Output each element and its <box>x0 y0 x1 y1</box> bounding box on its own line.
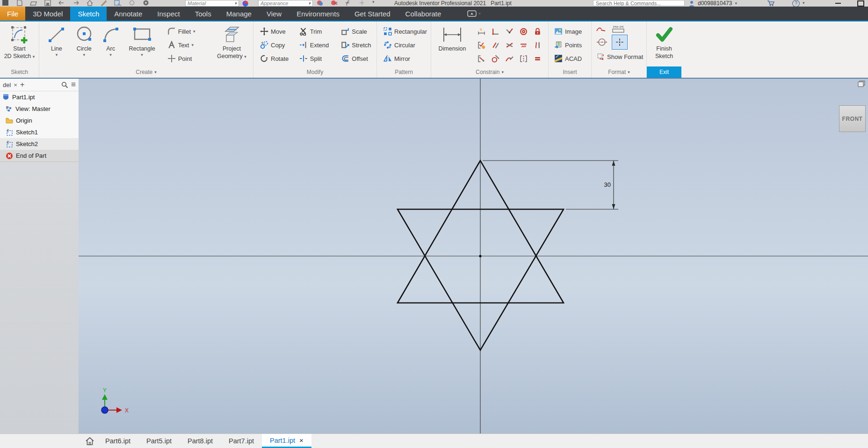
minimize-button[interactable] <box>832 0 844 6</box>
panel-label-create[interactable]: Create▾ <box>39 66 253 78</box>
tree-item-sketch2[interactable]: Sketch2 <box>0 138 79 150</box>
maximize-button[interactable] <box>855 0 866 6</box>
sketch-origin-point[interactable] <box>479 255 481 257</box>
panel-label-format[interactable]: Format▾ <box>592 66 646 78</box>
browser-tab-close-icon[interactable]: × <box>14 81 17 88</box>
update-icon[interactable] <box>128 0 136 6</box>
export-icon[interactable] <box>114 0 122 6</box>
material-select[interactable]: Material ▾ <box>185 0 239 7</box>
driven-dimension-icon[interactable] <box>612 25 624 33</box>
tree-item-end-of-part[interactable]: End of Part <box>0 150 79 162</box>
search-input[interactable] <box>593 0 685 6</box>
rectangle-button[interactable]: Rectangle ▾ <box>123 24 161 57</box>
circle-button[interactable]: Circle ▾ <box>70 24 98 57</box>
insert-acad-button[interactable]: ACAD <box>552 52 584 65</box>
trim-button[interactable]: Trim <box>297 25 337 37</box>
chevron-down-icon[interactable]: ▾ <box>141 53 143 57</box>
tab-sketch[interactable]: Sketch <box>70 7 107 21</box>
import-points-button[interactable]: Points <box>552 39 584 51</box>
tab-manage[interactable]: Manage <box>219 7 259 21</box>
finish-sketch-button[interactable]: Finish Sketch <box>653 24 675 60</box>
tree-item-part1[interactable]: Part1.ipt <box>0 91 79 103</box>
stretch-button[interactable]: Stretch <box>339 39 376 51</box>
ribbon-display-toggle[interactable]: ▾ <box>467 7 481 21</box>
clear-appearance-icon[interactable] <box>330 0 338 6</box>
browser-tab-model-truncated[interactable]: del <box>3 81 11 88</box>
panel-label-constrain[interactable]: Constrain▾ <box>431 66 548 78</box>
centerpoint-format-button-active[interactable] <box>612 35 628 50</box>
save-icon[interactable] <box>44 0 51 6</box>
offset-button[interactable]: Offset <box>339 52 376 65</box>
horizontal-constraint-button[interactable] <box>516 38 530 52</box>
equal-constraint-button[interactable] <box>530 52 544 66</box>
browser-add-tab-icon[interactable]: + <box>20 81 24 89</box>
start-2d-sketch-button[interactable]: Start 2D Sketch ▾ <box>3 24 36 60</box>
rotate-button[interactable]: Rotate <box>258 52 295 65</box>
doc-tab-part8[interactable]: Part8.ipt <box>180 434 221 448</box>
chevron-down-icon[interactable]: ▾ <box>803 1 805 5</box>
fillet-button[interactable]: Fillet ▾ <box>166 25 210 37</box>
home-tab[interactable] <box>82 434 97 448</box>
auto-dimension-button[interactable] <box>474 25 488 38</box>
tab-file[interactable]: File <box>0 7 25 21</box>
move-button[interactable]: Move <box>258 25 295 37</box>
redo-icon[interactable] <box>72 0 80 6</box>
app-menu-icon[interactable] <box>2 0 9 6</box>
point-button[interactable]: Point <box>166 52 210 65</box>
coincident-constraint-button[interactable] <box>502 25 516 38</box>
adjust-appearance-icon[interactable] <box>316 0 324 6</box>
sketch-geometry[interactable]: 30 Y X <box>79 79 868 433</box>
collinear-constraint-button[interactable] <box>502 38 516 52</box>
smooth-constraint-button[interactable] <box>502 52 516 66</box>
chevron-down-icon[interactable]: ▾ <box>83 53 85 57</box>
color-wheel-icon[interactable] <box>242 0 248 7</box>
tab-get-started[interactable]: Get Started <box>347 7 398 21</box>
copy-button[interactable]: Copy <box>258 39 295 51</box>
new-file-icon[interactable] <box>16 0 23 6</box>
perpendicular-constraint-button[interactable] <box>488 25 502 38</box>
rectangular-pattern-button[interactable]: Rectangular <box>382 25 429 37</box>
tab-annotate[interactable]: Annotate <box>107 7 150 21</box>
tab-3d-model[interactable]: 3D Model <box>25 7 70 21</box>
doc-tab-part1-active[interactable]: Part1.ipt × <box>262 434 311 448</box>
undo-icon[interactable] <box>58 0 65 6</box>
sketch-canvas[interactable]: 30 Y X FRONT <box>79 79 868 433</box>
viewcube-front[interactable]: FRONT <box>839 105 866 132</box>
document-restore-icon[interactable] <box>858 81 865 87</box>
line-button[interactable]: Line ▾ <box>43 24 70 57</box>
parameters-fx-icon[interactable] <box>344 0 352 6</box>
mirror-button[interactable]: Mirror <box>382 52 429 65</box>
extend-button[interactable]: Extend <box>297 39 337 51</box>
measure-icon[interactable] <box>358 0 366 6</box>
vertical-constraint-button[interactable] <box>530 38 544 52</box>
insert-image-button[interactable]: Image <box>552 25 584 37</box>
constraint-settings-button[interactable] <box>474 38 488 52</box>
tab-inspect[interactable]: Inspect <box>150 7 187 21</box>
construction-format-icon[interactable] <box>596 25 606 33</box>
user-icon[interactable] <box>688 0 695 7</box>
store-cart-icon[interactable] <box>767 0 774 6</box>
chevron-down-icon[interactable]: ▾ <box>56 53 58 57</box>
text-button[interactable]: Text ▾ <box>166 39 210 51</box>
home-view-icon[interactable] <box>86 0 94 6</box>
circular-pattern-button[interactable]: Circular <box>382 39 429 51</box>
dimension-value[interactable]: 30 <box>604 181 611 188</box>
chevron-down-icon[interactable]: ▾ <box>735 1 737 6</box>
appearance-select[interactable]: Appearance ▾ <box>258 0 313 7</box>
open-file-icon[interactable] <box>30 0 37 6</box>
chevron-down-icon[interactable]: ▾ <box>191 43 194 47</box>
doc-tab-part5[interactable]: Part5.ipt <box>138 434 180 448</box>
tab-environments[interactable]: Environments <box>289 7 347 21</box>
browser-search-icon[interactable] <box>61 81 68 88</box>
dimension-30[interactable]: 30 <box>483 161 618 209</box>
new-sketch-icon[interactable] <box>100 0 108 6</box>
user-id[interactable]: d0098810473 <box>698 0 732 7</box>
split-button[interactable]: Split <box>297 52 337 65</box>
tree-item-origin[interactable]: Origin <box>0 115 79 126</box>
concentric-constraint-button[interactable] <box>516 25 530 38</box>
doc-tab-close-icon[interactable]: × <box>299 436 304 444</box>
chevron-down-icon[interactable]: ▾ <box>193 29 195 34</box>
tree-item-view-master[interactable]: View: Master <box>0 103 79 115</box>
panel-label-exit[interactable]: Exit <box>647 66 681 78</box>
scale-button[interactable]: Scale <box>339 25 376 37</box>
